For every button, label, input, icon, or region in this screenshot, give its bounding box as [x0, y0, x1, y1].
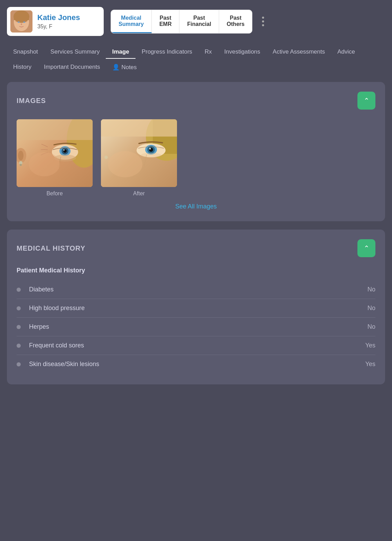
history-value: No: [355, 323, 375, 330]
nav-image[interactable]: Image: [106, 46, 135, 59]
images-card: IMAGES ⌃: [7, 82, 385, 221]
medical-history-subtitle: Patient Medical History: [17, 267, 375, 274]
history-value: No: [355, 286, 375, 293]
bullet-dot: [17, 344, 21, 348]
images-grid: Before: [17, 119, 375, 197]
nav-important-documents[interactable]: Important Documents: [38, 61, 106, 74]
history-list: Diabetes No High blood pressure No Herpe…: [17, 280, 375, 373]
nav-notes[interactable]: 👤 Notes: [106, 61, 143, 74]
history-item-herpes: Herpes No: [17, 318, 375, 336]
nav-history[interactable]: History: [7, 61, 38, 74]
history-value: Yes: [355, 342, 375, 349]
after-photo: [101, 119, 177, 187]
nav-rx[interactable]: Rx: [198, 46, 218, 59]
svg-rect-12: [17, 119, 93, 140]
patient-info: Katie Jones 35y, F: [37, 13, 80, 30]
svg-point-22: [18, 151, 24, 160]
header: Katie Jones 35y, F MedicalSummary PastEM…: [7, 7, 385, 36]
svg-rect-3: [14, 17, 29, 20]
history-label: Diabetes: [29, 286, 355, 293]
dot-3: [262, 24, 264, 26]
history-label: Frequent cold sores: [29, 342, 355, 349]
svg-point-5: [23, 21, 25, 23]
images-collapse-button[interactable]: ⌃: [357, 92, 375, 110]
svg-point-20: [29, 152, 60, 176]
svg-point-35: [141, 153, 161, 158]
tab-past-emr[interactable]: PastEMR: [152, 10, 180, 33]
history-label: High blood pressure: [29, 305, 355, 312]
patient-name: Katie Jones: [37, 13, 80, 22]
tab-past-others[interactable]: PastOthers: [219, 10, 252, 33]
patient-meta: 35y, F: [37, 24, 80, 30]
nav-progress-indicators[interactable]: Progress Indicators: [136, 46, 198, 59]
images-card-title: IMAGES: [17, 97, 46, 105]
bullet-dot: [17, 362, 21, 366]
bullet-dot: [17, 325, 21, 329]
before-label: Before: [46, 190, 63, 197]
images-card-header: IMAGES ⌃: [17, 92, 375, 110]
svg-point-6: [21, 24, 22, 25]
tab-medical-summary[interactable]: MedicalSummary: [111, 10, 152, 33]
before-photo: [17, 119, 93, 187]
after-image-item: After: [101, 119, 177, 197]
notes-icon: 👤: [112, 64, 120, 71]
history-item-skin-disease: Skin disease/Skin lesions Yes: [17, 355, 375, 373]
tab-group: MedicalSummary PastEMR PastFinancial Pas…: [111, 10, 252, 34]
history-item-blood-pressure: High blood pressure No: [17, 299, 375, 318]
svg-point-4: [18, 21, 20, 23]
medical-history-card-header: MEDICAL HISTORY ⌃: [17, 239, 375, 257]
before-image: [17, 119, 93, 187]
history-label: Skin disease/Skin lesions: [29, 361, 355, 368]
history-label: Herpes: [29, 323, 355, 330]
more-button[interactable]: [259, 14, 267, 29]
after-label: After: [133, 190, 145, 197]
svg-point-34: [149, 148, 151, 150]
avatar: [10, 10, 32, 32]
patient-card: Katie Jones 35y, F: [7, 7, 104, 36]
before-image-item: Before: [17, 119, 93, 197]
history-item-diabetes: Diabetes No: [17, 280, 375, 299]
avatar-image: [10, 10, 32, 32]
svg-point-17: [63, 149, 65, 151]
svg-point-36: [108, 151, 142, 177]
tab-past-financial[interactable]: PastFinancial: [179, 10, 219, 33]
medical-history-card: MEDICAL HISTORY ⌃ Patient Medical Histor…: [7, 230, 385, 384]
dot-2: [262, 20, 264, 22]
svg-rect-29: [101, 119, 177, 137]
bullet-dot: [17, 306, 21, 310]
svg-point-37: [104, 156, 108, 159]
history-value: Yes: [355, 361, 375, 368]
nav-services-summary[interactable]: Services Summary: [44, 46, 106, 59]
svg-point-24: [20, 164, 22, 166]
history-item-cold-sores: Frequent cold sores Yes: [17, 336, 375, 355]
see-all-images-link[interactable]: See All Images: [17, 203, 375, 210]
chevron-up-icon: ⌃: [364, 96, 370, 105]
nav-advice[interactable]: Advice: [331, 46, 361, 59]
after-image: [101, 119, 177, 187]
chevron-up-icon-2: ⌃: [364, 244, 370, 252]
nav-investigations[interactable]: Investigations: [218, 46, 267, 59]
medical-history-collapse-button[interactable]: ⌃: [357, 239, 375, 257]
history-value: No: [355, 305, 375, 312]
medical-history-card-title: MEDICAL HISTORY: [17, 244, 85, 252]
nav-bar: Snapshot Services Summary Image Progress…: [7, 46, 385, 74]
nav-snapshot[interactable]: Snapshot: [7, 46, 44, 59]
dot-1: [262, 17, 264, 19]
nav-active-assessments[interactable]: Active Assessments: [267, 46, 331, 59]
bullet-dot: [17, 288, 21, 292]
